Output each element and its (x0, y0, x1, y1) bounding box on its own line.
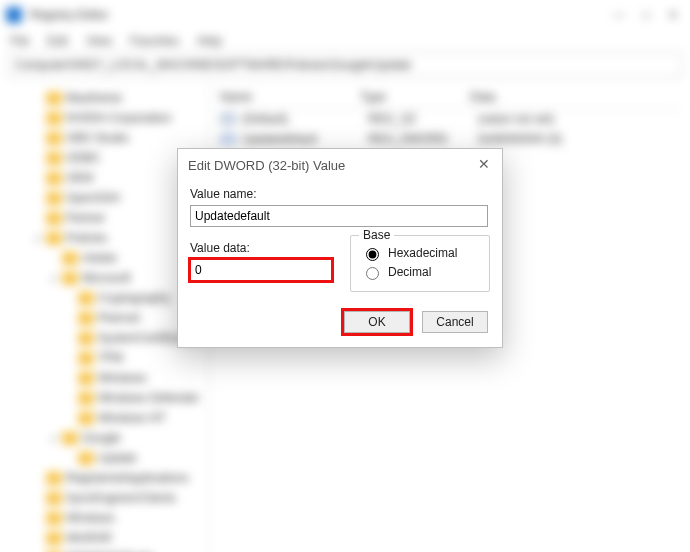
dialog-titlebar: Edit DWORD (32-bit) Value ✕ (178, 149, 502, 181)
value-icon (220, 113, 236, 125)
folder-icon (46, 531, 62, 545)
tree-node[interactable]: Windows NT (4, 408, 209, 428)
tree-node-label: NVIDIA Corporation (66, 111, 171, 125)
tree-node-label: WinRAR (66, 531, 112, 545)
tree-node-label: RegisteredApplications (66, 471, 189, 485)
folder-icon (46, 111, 62, 125)
cell-name: Updatedefault (242, 132, 368, 146)
edit-dword-dialog: Edit DWORD (32-bit) Value ✕ Value name: … (177, 148, 503, 348)
window-maximize-icon[interactable]: □ (643, 8, 650, 22)
tree-node[interactable]: vGoogle (4, 428, 209, 448)
tree-node-label: OpenSSH (66, 191, 120, 205)
menubar[interactable]: File Edit View Favorites Help (0, 30, 690, 52)
folder-icon (46, 211, 62, 225)
radio-dec-input[interactable] (366, 267, 379, 280)
tree-node-label: Microsoft (82, 271, 131, 285)
col-data[interactable]: Data (470, 90, 680, 104)
window-minimize-icon[interactable]: — (613, 8, 625, 22)
tree-node[interactable]: RegisteredApplications (4, 468, 209, 488)
cell-data: (value not set) (478, 112, 680, 126)
tree-node-label: ODBC (66, 151, 101, 165)
value-data-input[interactable] (190, 259, 332, 281)
radio-hex[interactable]: Hexadecimal (361, 245, 479, 261)
value-data-label: Value data: (190, 241, 332, 255)
value-icon (220, 133, 236, 145)
folder-icon (78, 351, 94, 365)
tree-node-label: OEM (66, 171, 93, 185)
address-text: Computer\HKEY_LOCAL_MACHINE\SOFTWARE\Pol… (15, 58, 411, 72)
tree-node-label: SyncEngines\Clients (66, 491, 176, 505)
radio-dec-label: Decimal (388, 265, 431, 279)
radio-dec[interactable]: Decimal (361, 264, 479, 280)
tree-node-label: Google (82, 431, 121, 445)
tree-node-label: Policies (66, 231, 107, 245)
ok-button[interactable]: OK (344, 311, 410, 333)
folder-icon (62, 251, 78, 265)
folder-icon (46, 511, 62, 525)
col-name[interactable]: Name (220, 90, 360, 104)
tree-node-label: Cryptography (98, 291, 170, 305)
folder-icon (46, 471, 62, 485)
column-headers[interactable]: Name Type Data (220, 90, 680, 109)
tree-node[interactable]: SyncEngines\Clients (4, 488, 209, 508)
folder-icon (78, 291, 94, 305)
folder-icon (46, 151, 62, 165)
folder-icon (78, 311, 94, 325)
value-name-label: Value name: (190, 187, 490, 201)
folder-icon (62, 271, 78, 285)
menu-view[interactable]: View (86, 34, 112, 48)
tree-node[interactable]: Windows Defender (4, 388, 209, 408)
base-group: Base Hexadecimal Decimal (350, 235, 490, 292)
cell-name: (Default) (242, 112, 368, 126)
cell-data: 0x00000000 (0) (478, 132, 680, 146)
dialog-title-text: Edit DWORD (32-bit) Value (188, 158, 345, 173)
cell-type: REG_SZ (368, 112, 478, 126)
tree-node-label: OBS Studio (66, 131, 129, 145)
folder-icon (46, 231, 62, 245)
tree-node-label: Windows Defender (98, 391, 199, 405)
base-legend: Base (359, 228, 394, 242)
tree-node-label: Peernet (98, 311, 140, 325)
tree-node[interactable]: NVIDIA Corporation (4, 108, 209, 128)
folder-icon (78, 391, 94, 405)
tree-node[interactable]: Maxtheme (4, 88, 209, 108)
tree-node[interactable]: Windows (4, 508, 209, 528)
folder-icon (78, 451, 94, 465)
tree-node[interactable]: TPM (4, 348, 209, 368)
address-bar[interactable]: Computer\HKEY_LOCAL_MACHINE\SOFTWARE\Pol… (8, 52, 682, 78)
col-type[interactable]: Type (360, 90, 470, 104)
table-row[interactable]: UpdatedefaultREG_DWORD0x00000000 (0) (220, 129, 680, 149)
cancel-button[interactable]: Cancel (422, 311, 488, 333)
close-icon[interactable]: ✕ (476, 157, 492, 173)
window-title: Registry Editor (30, 8, 613, 22)
radio-hex-label: Hexadecimal (388, 246, 457, 260)
tree-node[interactable]: WinRAR (4, 528, 209, 548)
menu-help[interactable]: Help (197, 34, 222, 48)
value-name-input[interactable] (190, 205, 488, 227)
menu-edit[interactable]: Edit (47, 34, 68, 48)
tree-node-label: TPM (98, 351, 123, 365)
folder-icon (46, 491, 62, 505)
tree-node[interactable]: Windows (4, 368, 209, 388)
menu-favorites[interactable]: Favorites (130, 34, 179, 48)
tree-node-label: Partner (66, 211, 105, 225)
tree-node[interactable]: OBS Studio (4, 128, 209, 148)
folder-icon (78, 331, 94, 345)
folder-icon (78, 411, 94, 425)
folder-icon (46, 171, 62, 185)
folder-icon (78, 371, 94, 385)
tree-node-label: Windows NT (98, 411, 166, 425)
window-close-icon[interactable]: ✕ (668, 8, 678, 22)
tree-node-label: Update (98, 451, 137, 465)
titlebar: Registry Editor — □ ✕ (0, 0, 690, 30)
tree-node[interactable]: Update (4, 448, 209, 468)
folder-icon (46, 131, 62, 145)
table-row[interactable]: (Default)REG_SZ(value not set) (220, 109, 680, 129)
folder-icon (46, 91, 62, 105)
menu-file[interactable]: File (10, 34, 29, 48)
folder-icon (62, 431, 78, 445)
tree-node-label: Windows (98, 371, 147, 385)
tree-node[interactable]: WOW6432Node (4, 548, 209, 552)
tree-node-label: Maxtheme (66, 91, 122, 105)
radio-hex-input[interactable] (366, 248, 379, 261)
